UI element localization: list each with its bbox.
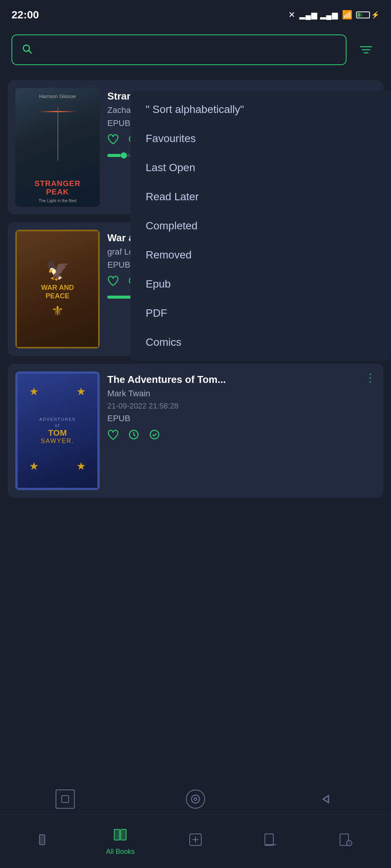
svg-point-6: [150, 430, 159, 439]
dropdown-item-completed[interactable]: Completed: [130, 211, 391, 240]
dropdown-item-favourites[interactable]: Favourites: [130, 124, 391, 153]
battery-level: 16: [358, 13, 362, 17]
back-button[interactable]: [316, 790, 335, 809]
dropdown-item-last-open[interactable]: Last Open: [130, 153, 391, 182]
completed-icon-tom[interactable]: [149, 429, 160, 443]
dropdown-item-epub[interactable]: Epub: [130, 270, 391, 299]
cover-author-stranger: Harrison Glissoe: [39, 93, 76, 99]
svg-rect-12: [40, 835, 44, 844]
cover-title-stranger: STRANGERPEAK: [34, 179, 80, 196]
add-icon: [188, 832, 203, 850]
book-card-tom-sawyer[interactable]: ★ ★ ★ ★ ADVENTURES of TOM SAWYER. The Ad…: [8, 364, 383, 498]
progress-dot-stranger: [121, 152, 127, 159]
svg-rect-20: [265, 834, 273, 845]
signal-icon: ▂▄▆ ▂▄▆: [299, 10, 338, 20]
nav-item-shelf[interactable]: [233, 832, 308, 850]
cover-star-tl: ★: [29, 385, 39, 398]
battery-box: 16: [356, 11, 370, 18]
svg-line-1: [29, 51, 31, 53]
bottom-navigation: All Books: [0, 814, 391, 868]
dropdown-item-sort-alpha[interactable]: " Sort alphabetically": [130, 95, 391, 124]
read-later-icon-tom[interactable]: [128, 429, 140, 443]
book-info-tom-sawyer: The Adventures of Tom... Mark Twain 21-0…: [107, 371, 376, 443]
svg-rect-14: [115, 830, 119, 839]
dropdown-item-removed[interactable]: Removed: [130, 240, 391, 270]
library-icon: [38, 832, 53, 850]
more-button-tom[interactable]: ⋮: [365, 371, 376, 384]
nav-item-settings[interactable]: [308, 832, 383, 850]
filter-button[interactable]: [353, 36, 380, 63]
book-cover-war-peace: 🦅 WAR ANDPEACE ⚜: [15, 230, 100, 348]
cover-star-tr: ★: [76, 385, 86, 398]
search-area: [0, 27, 391, 73]
all-books-label: All Books: [106, 848, 135, 856]
sort-dropdown: " Sort alphabetically" Favourites Last O…: [130, 91, 391, 361]
cover-adventures-text: ADVENTURES: [39, 417, 76, 422]
battery-indicator: 16 ⚡: [356, 11, 380, 19]
svg-point-9: [194, 798, 197, 801]
svg-rect-7: [62, 796, 69, 803]
dropdown-item-comics[interactable]: Comics: [130, 328, 391, 357]
search-input[interactable]: [38, 45, 337, 55]
search-box[interactable]: [12, 34, 347, 65]
favourite-icon-tom[interactable]: [107, 429, 119, 443]
recent-apps-button[interactable]: [56, 790, 75, 809]
progress-fill-stranger: [107, 154, 121, 157]
charging-icon: ⚡: [371, 11, 380, 19]
cover-subtitle-stranger: The Light in the Bed: [39, 198, 76, 203]
cover-title-war: WAR ANDPEACE: [41, 284, 74, 300]
cover-pole: [58, 107, 58, 161]
cover-of-text: of: [55, 423, 60, 428]
svg-point-8: [192, 795, 200, 803]
svg-marker-10: [323, 796, 329, 803]
cover-sawyer-text: SAWYER.: [41, 438, 74, 445]
cover-star-bl: ★: [29, 460, 39, 472]
cover-emblem-war: ⚜: [51, 303, 64, 319]
book-cover-tom-sawyer: ★ ★ ★ ★ ADVENTURES of TOM SAWYER.: [15, 371, 100, 490]
status-bar: 22:00 ✕ ▂▄▆ ▂▄▆ 📶 16 ⚡: [0, 0, 391, 27]
search-icon: [21, 43, 32, 57]
cover-star-br: ★: [76, 460, 86, 472]
status-icons: ✕ ▂▄▆ ▂▄▆ 📶 16 ⚡: [288, 10, 380, 20]
book-author-tom-sawyer: Mark Twain: [107, 389, 376, 399]
nav-item-library[interactable]: [8, 832, 83, 850]
all-books-icon: [113, 827, 128, 845]
dropdown-item-pdf[interactable]: PDF: [130, 299, 391, 328]
settings-icon: [338, 832, 353, 850]
cover-eagle: 🦅: [46, 259, 69, 281]
favourite-icon-war[interactable]: [107, 275, 119, 289]
bluetooth-icon: ✕: [288, 10, 296, 20]
status-time: 22:00: [12, 9, 39, 21]
svg-rect-16: [122, 830, 125, 839]
cover-tom-title: TOM: [48, 428, 67, 438]
nav-item-add[interactable]: [158, 832, 233, 850]
book-actions-tom-sawyer: [107, 429, 376, 443]
book-format-tom-sawyer: EPUB: [107, 414, 376, 423]
favourite-icon-stranger[interactable]: [107, 134, 119, 147]
svg-point-24: [347, 840, 352, 846]
shelf-icon: [263, 832, 278, 850]
dropdown-item-read-later[interactable]: Read Later: [130, 182, 391, 211]
system-navigation: [0, 784, 391, 814]
book-cover-stranger-peak: Harrison Glissoe STRANGERPEAK The Light …: [15, 88, 100, 207]
book-date-tom-sawyer: 21-09-2022 21:58:28: [107, 402, 376, 410]
wifi-icon: 📶: [342, 10, 352, 20]
book-title-tom-sawyer: The Adventures of Tom...: [107, 374, 376, 386]
home-button[interactable]: [186, 790, 205, 809]
nav-item-all-books[interactable]: All Books: [83, 827, 158, 856]
